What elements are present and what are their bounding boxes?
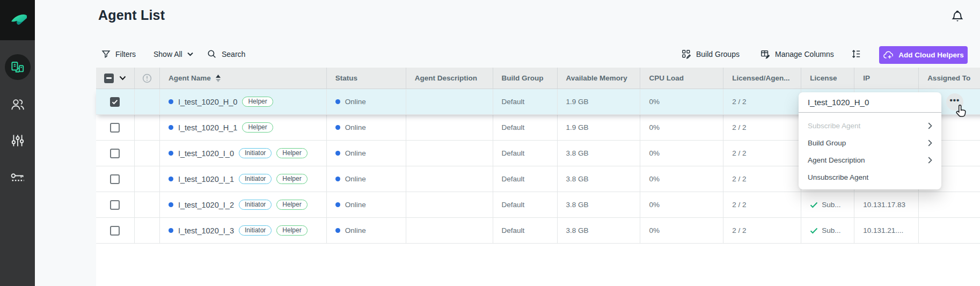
cell-name: I_test_1020_I_2InitiatorHelper	[160, 192, 327, 218]
cell-memory: 3.8 GB	[558, 218, 641, 244]
add-cloud-helpers-label: Add Cloud Helpers	[898, 51, 964, 59]
select-all-checkbox[interactable]	[104, 74, 114, 83]
agent-status-dot	[169, 202, 173, 207]
minus-icon	[106, 77, 112, 79]
row-checkbox[interactable]	[110, 123, 120, 133]
build-groups-button[interactable]: Build Groups	[682, 45, 740, 63]
badge-helper: Helper	[276, 200, 307, 210]
cell-build_group: Default	[493, 166, 558, 192]
notifications-button[interactable]	[950, 9, 965, 24]
cell-license: Sub...	[801, 218, 854, 244]
column-header-license[interactable]: License	[801, 68, 854, 89]
build_group-value: Default	[502, 123, 525, 131]
column-header-name[interactable]: Agent Name	[160, 68, 327, 89]
users-icon	[10, 97, 25, 112]
cell-name: I_test_1020_I_0InitiatorHelper	[160, 141, 327, 166]
status-label: Online	[345, 98, 366, 106]
status-label: Online	[345, 175, 366, 183]
incredibuild-logo-icon	[9, 11, 27, 30]
cell-memory: 3.8 GB	[558, 141, 641, 166]
app-logo	[0, 0, 35, 40]
cell-build_group: Default	[493, 218, 558, 244]
column-header-cpu[interactable]: CPU Load	[640, 68, 723, 89]
status-label: Online	[345, 226, 366, 234]
search-button[interactable]: Search	[207, 45, 245, 63]
cell-status: Online	[327, 192, 406, 218]
table-row[interactable]: I_test_1020_I_3InitiatorHelperOnlineDefa…	[96, 218, 980, 244]
cell-name: I_test_1020_I_3InitiatorHelper	[160, 218, 327, 244]
column-header-description[interactable]: Agent Description	[406, 68, 493, 89]
badge-helper: Helper	[276, 225, 307, 236]
cell-alert	[135, 89, 160, 115]
badge-helper: Helper	[242, 97, 273, 107]
sidebar-item-license[interactable]	[0, 164, 35, 192]
cell-licensed: 2 / 2	[723, 166, 801, 192]
build_group-value: Default	[502, 175, 525, 183]
sidebar	[0, 0, 35, 286]
row-density-button[interactable]	[851, 45, 861, 63]
sidebar-item-users[interactable]	[0, 91, 35, 119]
menu-item-agent-description[interactable]: Agent Description	[799, 151, 941, 168]
chevron-down-icon	[187, 52, 193, 56]
key-icon	[10, 170, 25, 185]
subscribed-check-icon	[810, 228, 818, 234]
filters-button[interactable]: Filters	[101, 45, 136, 63]
build-groups-icon	[682, 49, 691, 59]
cell-memory: 3.8 GB	[558, 166, 641, 192]
status-dot	[335, 228, 340, 233]
cell-select	[96, 166, 135, 192]
column-header-assigned[interactable]: Assigned To	[919, 68, 980, 89]
row-checkbox[interactable]	[110, 200, 120, 210]
column-header-licensed[interactable]: Licensed/Agen...	[723, 68, 801, 89]
column-label: Available Memory	[566, 74, 627, 82]
column-label: License	[810, 74, 837, 82]
cell-description	[406, 89, 493, 115]
manage-columns-label: Manage Columns	[775, 50, 834, 58]
menu-item-build-group[interactable]: Build Group	[799, 134, 941, 151]
build_group-value: Default	[502, 201, 525, 209]
row-checkbox[interactable]	[110, 174, 120, 184]
menu-item-unsubscribe-agent[interactable]: Unsubscribe Agent	[799, 168, 941, 186]
sidebar-item-agents[interactable]	[0, 53, 35, 81]
badge-initiator: Initiator	[239, 174, 272, 184]
cell-alert	[135, 141, 160, 166]
sidebar-item-settings[interactable]	[0, 127, 35, 155]
table-row[interactable]: I_test_1020_I_2InitiatorHelperOnlineDefa…	[96, 192, 980, 218]
row-checkbox[interactable]	[110, 226, 120, 236]
manage-columns-button[interactable]: Manage Columns	[760, 45, 834, 63]
row-checkbox[interactable]	[110, 97, 120, 107]
add-cloud-helpers-button[interactable]: Add Cloud Helpers	[879, 46, 968, 64]
cell-licensed: 2 / 2	[723, 192, 801, 218]
badge-helper: Helper	[276, 174, 307, 184]
row-checkbox[interactable]	[110, 149, 120, 158]
cell-description	[406, 166, 493, 192]
badge-helper: Helper	[276, 148, 307, 158]
column-label: Build Group	[502, 74, 544, 82]
active-item-highlight	[5, 54, 31, 80]
show-all-dropdown[interactable]: Show All	[153, 45, 193, 63]
mouse-pointer-hand-icon	[955, 104, 968, 121]
agent-name: I_test_1020_I_1	[178, 175, 234, 184]
column-header-memory[interactable]: Available Memory	[558, 68, 641, 89]
status-dot	[335, 151, 340, 156]
cell-select	[96, 141, 135, 166]
column-header-alert[interactable]	[135, 68, 160, 89]
filters-label: Filters	[115, 50, 136, 58]
bell-icon	[950, 10, 964, 24]
column-header-status[interactable]: Status	[327, 68, 406, 89]
sliders-icon	[10, 133, 25, 148]
cell-memory: 1.9 GB	[558, 115, 641, 141]
column-header-select[interactable]	[96, 68, 135, 89]
menu-item-subscribe-agent: Subscribe Agent	[799, 117, 941, 134]
chevron-down-icon[interactable]	[119, 76, 126, 80]
license-label: Sub...	[822, 201, 840, 209]
cell-cpu: 0%	[640, 141, 723, 166]
build_group-value: Default	[502, 226, 525, 234]
cell-alert	[135, 192, 160, 218]
column-header-ip[interactable]: IP	[854, 68, 919, 89]
cloud-plus-icon	[883, 50, 894, 60]
cell-description	[406, 192, 493, 218]
show-all-label: Show All	[153, 50, 182, 58]
column-header-build_group[interactable]: Build Group	[493, 68, 558, 89]
agent-name: I_test_1020_I_2	[178, 201, 234, 209]
